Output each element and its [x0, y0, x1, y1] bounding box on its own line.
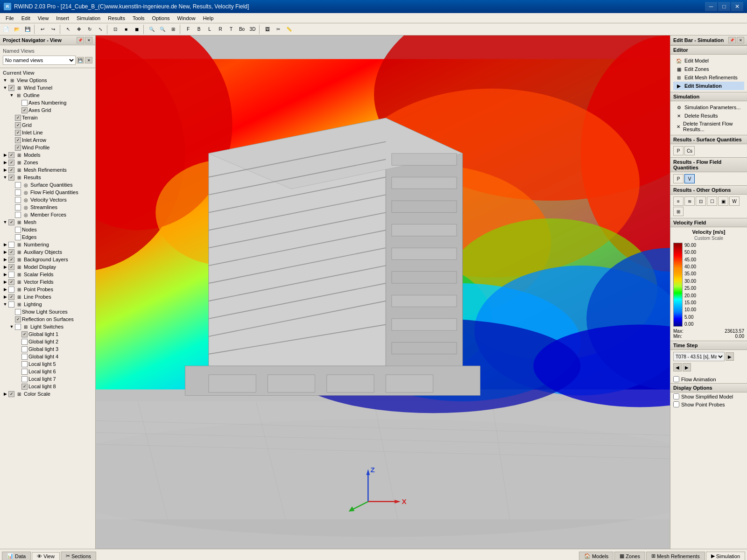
expand-icon[interactable] — [8, 226, 15, 233]
tab-data[interactable]: 📊 Data — [2, 552, 31, 560]
expand-icon[interactable]: ▶ — [2, 152, 8, 158]
check-local-6[interactable] — [21, 369, 28, 375]
menu-view[interactable]: View — [34, 14, 53, 22]
expand-icon[interactable] — [8, 144, 15, 151]
check-light-switches[interactable] — [15, 324, 21, 330]
check-lighting[interactable] — [8, 301, 14, 308]
expand-icon[interactable] — [8, 114, 15, 121]
check-scalar-fields[interactable] — [8, 272, 14, 278]
check-edges[interactable] — [15, 234, 21, 240]
expand-icon[interactable]: ▼ — [2, 219, 8, 225]
tree-item-show-lights[interactable]: Show Light Sources — [0, 308, 95, 315]
tb-zoom-out[interactable]: 🔍 — [157, 24, 168, 35]
tree-item-results[interactable]: ▼ ⊞ Results — [0, 174, 95, 181]
tree-item-member-forces[interactable]: ◎ Member Forces — [0, 211, 95, 218]
tree-item-surface-quantities[interactable]: ◎ Surface Quantities — [0, 181, 95, 189]
opt-btn-6[interactable]: W — [729, 196, 740, 206]
check-member-forces[interactable] — [15, 212, 21, 218]
check-flow-field[interactable] — [15, 189, 21, 196]
tab-zones[interactable]: ▦ Zones — [614, 552, 645, 560]
tree-item-local-light-5[interactable]: Local light 5 — [0, 360, 95, 368]
opt-btn-4[interactable]: ☐ — [707, 196, 717, 206]
surface-p-btn[interactable]: P — [673, 146, 684, 155]
time-nav-next[interactable]: ▶ — [683, 363, 691, 371]
flow-p-btn[interactable]: P — [673, 174, 684, 183]
named-views-dropdown[interactable]: No named views — [3, 56, 76, 65]
tb-bottom[interactable]: Bo — [237, 24, 247, 35]
tb-render[interactable]: 🖼 — [262, 24, 273, 35]
check-aux-objects[interactable] — [8, 249, 14, 255]
show-point-probes-checkbox[interactable] — [673, 401, 679, 407]
check-axes-grid[interactable] — [21, 107, 28, 113]
tree-item-inlet-arrow[interactable]: Inlet Arrow — [0, 136, 95, 144]
minimize-button[interactable]: ─ — [705, 2, 717, 11]
tree-item-local-light-7[interactable]: Local light 7 — [0, 375, 95, 383]
expand-icon[interactable]: ▶ — [2, 279, 8, 285]
expand-icon[interactable] — [8, 137, 15, 143]
tree-item-terrain[interactable]: Terrain — [0, 114, 95, 121]
right-panel-pin[interactable]: 📌 — [728, 37, 736, 43]
check-global-3[interactable] — [21, 346, 28, 352]
show-simplified-checkbox[interactable] — [673, 393, 679, 399]
tree-item-axes-grid[interactable]: Axes Grid — [0, 106, 95, 114]
expand-icon[interactable]: ▶ — [2, 294, 8, 300]
tb-zoom-in[interactable]: 🔍 — [147, 24, 157, 35]
check-reflection[interactable] — [15, 316, 21, 322]
tb-solid[interactable]: ■ — [121, 24, 131, 35]
expand-icon[interactable] — [8, 189, 15, 196]
expand-icon[interactable] — [15, 368, 21, 375]
expand-icon[interactable]: ▼ — [2, 77, 8, 84]
expand-icon[interactable]: ▶ — [2, 256, 8, 263]
expand-icon[interactable]: ▶ — [2, 249, 8, 255]
check-global-4[interactable] — [21, 354, 28, 360]
tree-item-grid[interactable]: Grid — [0, 121, 95, 129]
tab-models[interactable]: 🏠 Models — [579, 552, 613, 560]
check-zones[interactable] — [8, 160, 14, 166]
close-button[interactable]: ✕ — [731, 2, 743, 11]
tb-measure[interactable]: 📏 — [284, 24, 294, 35]
tree-item-reflection[interactable]: Reflection on Surfaces — [0, 315, 95, 323]
expand-icon[interactable]: ▼ — [2, 174, 8, 181]
check-global-1[interactable] — [21, 331, 28, 337]
opt-btn-3[interactable]: ⊡ — [696, 196, 706, 206]
opt-btn-7[interactable]: ⊞ — [673, 207, 684, 216]
tab-simulation[interactable]: ▶ Simulation — [706, 552, 745, 560]
expand-icon[interactable]: ▼ — [8, 323, 15, 330]
tree-item-point-probes[interactable]: ▶ ⊞ Point Probes — [0, 286, 95, 293]
expand-icon[interactable]: ▼ — [2, 301, 8, 308]
panel-pin-button[interactable]: 📌 — [77, 37, 84, 43]
tb-wireframe[interactable]: ⊡ — [110, 24, 120, 35]
expand-icon[interactable]: ▶ — [2, 271, 8, 278]
tb-clip[interactable]: ✂ — [273, 24, 283, 35]
tree-item-local-light-6[interactable]: Local light 6 — [0, 368, 95, 375]
tree-item-line-probes[interactable]: ▶ ⊞ Line Probes — [0, 293, 95, 301]
opt-btn-5[interactable]: ▣ — [718, 196, 728, 206]
tb-top[interactable]: T — [226, 24, 236, 35]
edit-model-btn[interactable]: 🏠 Edit Model — [673, 56, 744, 65]
tree-item-numbering[interactable]: ▶ ⊞ Numbering — [0, 241, 95, 248]
tb-rotate[interactable]: ↻ — [85, 24, 95, 35]
check-global-2[interactable] — [21, 339, 28, 345]
tb-shaded[interactable]: ◼ — [132, 24, 142, 35]
tab-sections[interactable]: ✂ Sections — [61, 552, 96, 560]
expand-icon[interactable] — [8, 211, 15, 218]
expand-icon[interactable] — [8, 129, 15, 136]
tree-item-models[interactable]: ▶ ⊞ Models — [0, 151, 95, 159]
tb-scale[interactable]: ⤡ — [95, 24, 106, 35]
tb-select[interactable]: ↖ — [63, 24, 73, 35]
edit-zones-btn[interactable]: ▦ Edit Zones — [673, 65, 744, 73]
expand-icon[interactable] — [8, 316, 15, 322]
viewport-canvas[interactable]: Z X — [96, 35, 670, 549]
tab-view[interactable]: 👁 View — [32, 552, 60, 560]
tb-move[interactable]: ✥ — [74, 24, 84, 35]
expand-icon[interactable]: ▶ — [2, 286, 8, 293]
expand-icon[interactable] — [15, 99, 21, 106]
tb-redo[interactable]: ↪ — [48, 24, 58, 35]
tree-item-flow-field[interactable]: ◎ Flow Field Quantities — [0, 189, 95, 196]
tb-fit[interactable]: ⊞ — [168, 24, 178, 35]
check-surface-q[interactable] — [15, 182, 21, 188]
tree-item-bg-layers[interactable]: ▶ ⊞ Background Layers — [0, 256, 95, 263]
tree-item-outline[interactable]: ▼ ⊞ Outline — [0, 91, 95, 99]
check-velocity-v[interactable] — [15, 197, 21, 203]
tree-item-global-light-2[interactable]: Global light 2 — [0, 338, 95, 345]
